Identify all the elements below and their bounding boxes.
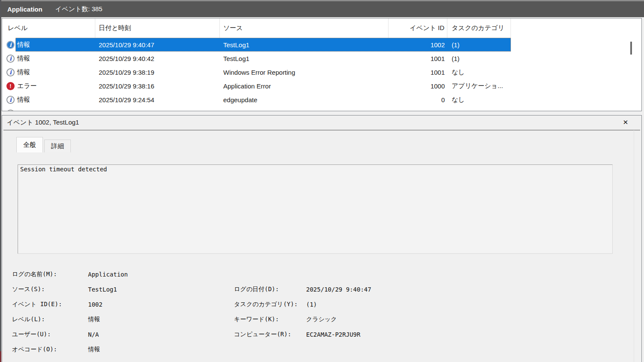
event-source: edgeupdate: [220, 96, 389, 103]
detail-scrollbar-track[interactable]: [634, 130, 634, 362]
event-id: 1000: [389, 82, 447, 90]
property-row: ソース(S): TestLog1 ログの日付(D): 2025/10/29 9:…: [2, 282, 641, 297]
event-row[interactable]: !エラー 2025/10/29 9:38:16 Application Erro…: [2, 79, 641, 93]
property-label: ログの日付(D):: [234, 286, 306, 293]
event-row-partial[interactable]: [2, 106, 641, 111]
log-name: Application: [7, 6, 43, 13]
property-value: TestLog1: [88, 286, 234, 293]
event-id: 1001: [389, 55, 447, 62]
detail-tabs: 全般 詳細: [16, 137, 71, 152]
event-source: TestLog1: [220, 55, 389, 62]
info-icon: i: [6, 55, 15, 63]
close-icon[interactable]: ✕: [621, 118, 630, 127]
property-value: (1): [306, 301, 641, 308]
info-icon: i: [6, 68, 15, 76]
event-detail-pane: イベント 1002, TestLog1 ✕ 全般 詳細 Session time…: [2, 115, 642, 362]
event-datetime: 2025/10/29 9:38:16: [95, 82, 220, 90]
tab-general[interactable]: 全般: [16, 137, 43, 152]
event-row[interactable]: i情報 2025/10/29 9:24:54 edgeupdate 0 なし: [2, 93, 641, 106]
event-source: Application Error: [220, 82, 389, 90]
log-title-bar: Application イベント数: 385: [0, 0, 644, 17]
event-datetime: 2025/10/29 9:40:47: [95, 41, 220, 49]
info-icon: i: [6, 96, 15, 104]
level-label: 情報: [17, 68, 30, 76]
event-category: アプリケーショ...: [447, 82, 511, 90]
event-datetime: 2025/10/29 9:40:42: [95, 55, 220, 62]
property-row: ログの名前(M): Application: [2, 267, 641, 282]
property-label: ユーザー(U):: [12, 331, 88, 338]
property-label: コンピューター(R):: [234, 331, 306, 338]
list-scrollbar-thumb[interactable]: [630, 42, 632, 55]
column-header-category[interactable]: タスクのカテゴリ: [447, 18, 511, 38]
column-header-level[interactable]: レベル: [2, 18, 95, 38]
property-row: オペコード(O): 情報: [2, 342, 641, 357]
event-category: なし: [447, 68, 511, 76]
event-source: Windows Error Reporting: [220, 69, 389, 76]
property-value: クラシック: [306, 316, 641, 323]
property-label: レベル(L):: [12, 316, 88, 323]
event-list: レベル 日付と時刻 ソース イベント ID タスクのカテゴリ i情報 2025/…: [2, 18, 642, 111]
property-row: レベル(L): 情報 キーワード(K): クラシック: [2, 312, 641, 327]
level-label: 情報: [17, 96, 30, 104]
event-category: なし: [447, 96, 511, 104]
column-header-source[interactable]: ソース: [220, 18, 389, 38]
detail-title-bar: イベント 1002, TestLog1 ✕: [3, 116, 640, 131]
column-header-event-id[interactable]: イベント ID: [389, 18, 447, 38]
event-category: (1): [447, 41, 511, 49]
column-header-datetime[interactable]: 日付と時刻: [95, 18, 220, 38]
property-label: オペコード(O):: [12, 346, 88, 353]
event-count: イベント数: 385: [55, 5, 103, 13]
event-id: 1001: [389, 69, 447, 76]
property-row: ユーザー(U): N/A コンピューター(R): EC2AMAZ-P2RJU9R: [2, 327, 641, 342]
event-id: 1002: [389, 41, 447, 49]
info-icon: [6, 110, 15, 112]
event-datetime: 2025/10/29 9:38:19: [95, 69, 220, 76]
event-source: TestLog1: [220, 41, 389, 49]
property-label: イベント ID(E):: [12, 301, 88, 308]
level-label: 情報: [17, 55, 30, 63]
property-value: EC2AMAZ-P2RJU9R: [306, 331, 641, 338]
property-value: N/A: [88, 331, 234, 338]
property-label: ソース(S):: [12, 286, 88, 293]
event-list-header: レベル 日付と時刻 ソース イベント ID タスクのカテゴリ: [2, 18, 641, 38]
level-label: 情報: [17, 41, 30, 49]
detail-title: イベント 1002, TestLog1: [7, 119, 79, 127]
window-left-edge: [0, 0, 1, 362]
property-label: タスクのカテゴリ(Y):: [234, 301, 306, 308]
property-label: キーワード(K):: [234, 316, 306, 323]
event-id: 0: [389, 96, 447, 103]
property-value: Application: [88, 271, 234, 278]
tab-details[interactable]: 詳細: [44, 140, 71, 152]
property-value: 2025/10/29 9:40:47: [306, 286, 641, 293]
info-icon: i: [6, 41, 15, 49]
error-icon: !: [6, 82, 15, 90]
event-row[interactable]: i情報 2025/10/29 9:38:19 Windows Error Rep…: [2, 65, 641, 79]
property-value: 情報: [88, 346, 234, 353]
event-properties: ログの名前(M): Application ソース(S): TestLog1 ロ…: [2, 267, 641, 357]
event-datetime: 2025/10/29 9:24:54: [95, 96, 220, 103]
event-row[interactable]: i情報 2025/10/29 9:40:42 TestLog1 1001 (1): [2, 52, 641, 65]
event-category: (1): [447, 55, 511, 62]
property-label: ログの名前(M):: [12, 271, 88, 278]
property-value: 情報: [88, 316, 234, 323]
column-header-filler: [511, 18, 641, 38]
property-row: イベント ID(E): 1002 タスクのカテゴリ(Y): (1): [2, 297, 641, 312]
property-value: 1002: [88, 301, 234, 308]
level-label: エラー: [17, 82, 37, 90]
event-message-box[interactable]: Session timeout detected: [18, 164, 613, 254]
event-row[interactable]: i情報 2025/10/29 9:40:47 TestLog1 1002 (1): [2, 38, 641, 52]
window-left-edge-accent: [0, 351, 1, 362]
